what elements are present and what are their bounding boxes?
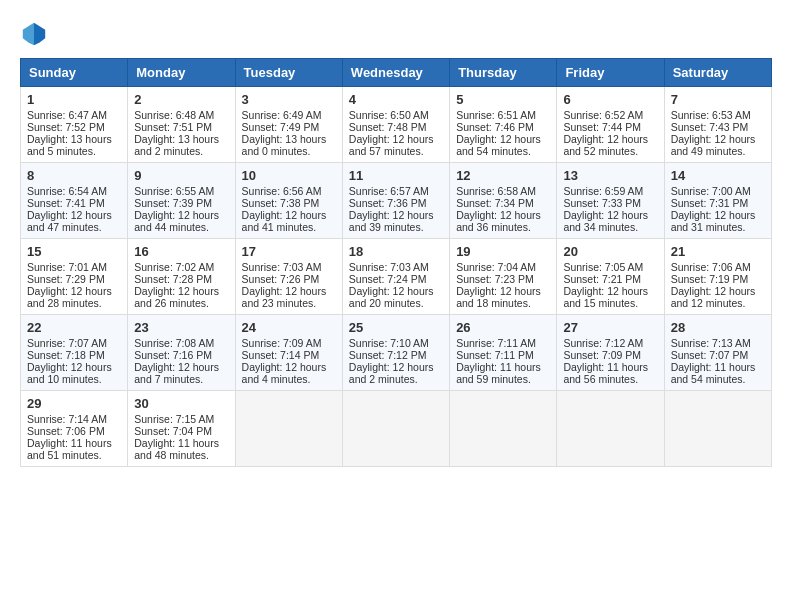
daylight-text: Daylight: 12 hours and 28 minutes.	[27, 285, 112, 309]
sunset-text: Sunset: 7:46 PM	[456, 121, 534, 133]
day-number: 26	[456, 320, 550, 335]
calendar-cell	[235, 391, 342, 467]
sunrise-text: Sunrise: 7:09 AM	[242, 337, 322, 349]
weekday-header-sunday: Sunday	[21, 59, 128, 87]
day-number: 29	[27, 396, 121, 411]
calendar-cell: 23 Sunrise: 7:08 AM Sunset: 7:16 PM Dayl…	[128, 315, 235, 391]
calendar-cell: 8 Sunrise: 6:54 AM Sunset: 7:41 PM Dayli…	[21, 163, 128, 239]
day-number: 16	[134, 244, 228, 259]
calendar-cell	[342, 391, 449, 467]
sunset-text: Sunset: 7:29 PM	[27, 273, 105, 285]
day-number: 27	[563, 320, 657, 335]
sunset-text: Sunset: 7:21 PM	[563, 273, 641, 285]
day-number: 25	[349, 320, 443, 335]
calendar-cell: 6 Sunrise: 6:52 AM Sunset: 7:44 PM Dayli…	[557, 87, 664, 163]
calendar-cell: 26 Sunrise: 7:11 AM Sunset: 7:11 PM Dayl…	[450, 315, 557, 391]
sunrise-text: Sunrise: 6:48 AM	[134, 109, 214, 121]
daylight-text: Daylight: 12 hours and 31 minutes.	[671, 209, 756, 233]
daylight-text: Daylight: 12 hours and 44 minutes.	[134, 209, 219, 233]
sunrise-text: Sunrise: 7:02 AM	[134, 261, 214, 273]
logo	[20, 20, 52, 48]
calendar-cell: 10 Sunrise: 6:56 AM Sunset: 7:38 PM Dayl…	[235, 163, 342, 239]
sunset-text: Sunset: 7:14 PM	[242, 349, 320, 361]
day-number: 23	[134, 320, 228, 335]
daylight-text: Daylight: 12 hours and 26 minutes.	[134, 285, 219, 309]
calendar-cell: 12 Sunrise: 6:58 AM Sunset: 7:34 PM Dayl…	[450, 163, 557, 239]
daylight-text: Daylight: 12 hours and 41 minutes.	[242, 209, 327, 233]
daylight-text: Daylight: 12 hours and 4 minutes.	[242, 361, 327, 385]
day-number: 22	[27, 320, 121, 335]
sunrise-text: Sunrise: 7:03 AM	[242, 261, 322, 273]
sunset-text: Sunset: 7:04 PM	[134, 425, 212, 437]
daylight-text: Daylight: 12 hours and 18 minutes.	[456, 285, 541, 309]
sunset-text: Sunset: 7:36 PM	[349, 197, 427, 209]
weekday-header-tuesday: Tuesday	[235, 59, 342, 87]
daylight-text: Daylight: 12 hours and 57 minutes.	[349, 133, 434, 157]
day-number: 21	[671, 244, 765, 259]
sunset-text: Sunset: 7:09 PM	[563, 349, 641, 361]
daylight-text: Daylight: 12 hours and 7 minutes.	[134, 361, 219, 385]
sunrise-text: Sunrise: 7:07 AM	[27, 337, 107, 349]
sunrise-text: Sunrise: 6:49 AM	[242, 109, 322, 121]
sunset-text: Sunset: 7:51 PM	[134, 121, 212, 133]
weekday-header-monday: Monday	[128, 59, 235, 87]
weekday-header-friday: Friday	[557, 59, 664, 87]
logo-icon	[20, 20, 48, 48]
day-number: 24	[242, 320, 336, 335]
calendar-cell: 22 Sunrise: 7:07 AM Sunset: 7:18 PM Dayl…	[21, 315, 128, 391]
calendar-cell	[557, 391, 664, 467]
sunrise-text: Sunrise: 7:04 AM	[456, 261, 536, 273]
daylight-text: Daylight: 12 hours and 23 minutes.	[242, 285, 327, 309]
day-number: 1	[27, 92, 121, 107]
sunset-text: Sunset: 7:24 PM	[349, 273, 427, 285]
daylight-text: Daylight: 12 hours and 39 minutes.	[349, 209, 434, 233]
day-number: 12	[456, 168, 550, 183]
sunset-text: Sunset: 7:07 PM	[671, 349, 749, 361]
sunrise-text: Sunrise: 7:11 AM	[456, 337, 536, 349]
daylight-text: Daylight: 11 hours and 51 minutes.	[27, 437, 112, 461]
sunrise-text: Sunrise: 6:51 AM	[456, 109, 536, 121]
day-number: 3	[242, 92, 336, 107]
calendar-cell: 7 Sunrise: 6:53 AM Sunset: 7:43 PM Dayli…	[664, 87, 771, 163]
calendar-cell: 29 Sunrise: 7:14 AM Sunset: 7:06 PM Dayl…	[21, 391, 128, 467]
calendar-table: SundayMondayTuesdayWednesdayThursdayFrid…	[20, 58, 772, 467]
sunset-text: Sunset: 7:12 PM	[349, 349, 427, 361]
daylight-text: Daylight: 12 hours and 10 minutes.	[27, 361, 112, 385]
day-number: 15	[27, 244, 121, 259]
calendar-cell: 21 Sunrise: 7:06 AM Sunset: 7:19 PM Dayl…	[664, 239, 771, 315]
calendar-body: 1 Sunrise: 6:47 AM Sunset: 7:52 PM Dayli…	[21, 87, 772, 467]
daylight-text: Daylight: 11 hours and 59 minutes.	[456, 361, 541, 385]
calendar-cell: 3 Sunrise: 6:49 AM Sunset: 7:49 PM Dayli…	[235, 87, 342, 163]
day-number: 7	[671, 92, 765, 107]
sunrise-text: Sunrise: 7:08 AM	[134, 337, 214, 349]
daylight-text: Daylight: 12 hours and 20 minutes.	[349, 285, 434, 309]
daylight-text: Daylight: 12 hours and 34 minutes.	[563, 209, 648, 233]
calendar-cell: 24 Sunrise: 7:09 AM Sunset: 7:14 PM Dayl…	[235, 315, 342, 391]
sunset-text: Sunset: 7:19 PM	[671, 273, 749, 285]
sunset-text: Sunset: 7:26 PM	[242, 273, 320, 285]
daylight-text: Daylight: 11 hours and 56 minutes.	[563, 361, 648, 385]
calendar-cell: 19 Sunrise: 7:04 AM Sunset: 7:23 PM Dayl…	[450, 239, 557, 315]
daylight-text: Daylight: 12 hours and 49 minutes.	[671, 133, 756, 157]
calendar-week-3: 15 Sunrise: 7:01 AM Sunset: 7:29 PM Dayl…	[21, 239, 772, 315]
weekday-header-row: SundayMondayTuesdayWednesdayThursdayFrid…	[21, 59, 772, 87]
sunrise-text: Sunrise: 7:13 AM	[671, 337, 751, 349]
sunset-text: Sunset: 7:38 PM	[242, 197, 320, 209]
sunrise-text: Sunrise: 6:56 AM	[242, 185, 322, 197]
day-number: 20	[563, 244, 657, 259]
daylight-text: Daylight: 13 hours and 5 minutes.	[27, 133, 112, 157]
weekday-header-thursday: Thursday	[450, 59, 557, 87]
daylight-text: Daylight: 11 hours and 54 minutes.	[671, 361, 756, 385]
calendar-week-1: 1 Sunrise: 6:47 AM Sunset: 7:52 PM Dayli…	[21, 87, 772, 163]
page-header	[20, 20, 772, 48]
sunrise-text: Sunrise: 7:03 AM	[349, 261, 429, 273]
day-number: 14	[671, 168, 765, 183]
sunset-text: Sunset: 7:34 PM	[456, 197, 534, 209]
day-number: 9	[134, 168, 228, 183]
daylight-text: Daylight: 12 hours and 36 minutes.	[456, 209, 541, 233]
sunrise-text: Sunrise: 7:06 AM	[671, 261, 751, 273]
daylight-text: Daylight: 12 hours and 54 minutes.	[456, 133, 541, 157]
calendar-cell: 27 Sunrise: 7:12 AM Sunset: 7:09 PM Dayl…	[557, 315, 664, 391]
calendar-cell: 4 Sunrise: 6:50 AM Sunset: 7:48 PM Dayli…	[342, 87, 449, 163]
sunrise-text: Sunrise: 6:55 AM	[134, 185, 214, 197]
